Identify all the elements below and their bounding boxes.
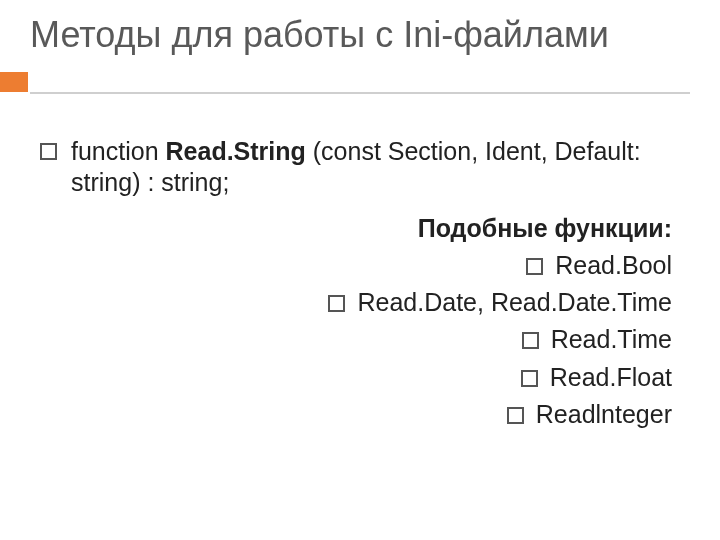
list-item: Read.Date, Read.Date.Time xyxy=(40,287,672,318)
main-item-text: function Read.String (const Section, Ide… xyxy=(71,136,680,199)
square-bullet-icon xyxy=(521,370,538,387)
underline xyxy=(30,92,690,94)
list-item-label: Readlnteger xyxy=(536,400,672,428)
list-item: Read.Time xyxy=(40,324,672,355)
slide: { "title": "Методы для работы с Ini-файл… xyxy=(0,0,720,540)
slide-title: Методы для работы с Ini-файлами xyxy=(0,0,720,60)
main-item: function Read.String (const Section, Ide… xyxy=(40,136,680,199)
list-item-label: Read.Time xyxy=(551,325,672,353)
title-underline-row xyxy=(0,66,720,96)
similar-functions-block: Подобные функции: Read.Bool Read.Date, R… xyxy=(40,213,680,431)
square-bullet-icon xyxy=(328,295,345,312)
square-bullet-icon xyxy=(40,143,57,160)
square-bullet-icon xyxy=(526,258,543,275)
list-item-label: Read.Bool xyxy=(555,251,672,279)
fn-prefix: function xyxy=(71,137,166,165)
square-bullet-icon xyxy=(522,332,539,349)
list-item: Read.Bool xyxy=(40,250,672,281)
list-item: Read.Float xyxy=(40,362,672,393)
fn-name: Read.String xyxy=(166,137,306,165)
list-item-label: Read.Date, Read.Date.Time xyxy=(357,288,672,316)
list-item: Readlnteger xyxy=(40,399,672,430)
slide-body: function Read.String (const Section, Ide… xyxy=(0,96,720,430)
subheading-text: Подобные функции: xyxy=(418,214,672,242)
subheading: Подобные функции: xyxy=(40,213,672,244)
list-item-label: Read.Float xyxy=(550,363,672,391)
accent-box xyxy=(0,72,28,92)
square-bullet-icon xyxy=(507,407,524,424)
